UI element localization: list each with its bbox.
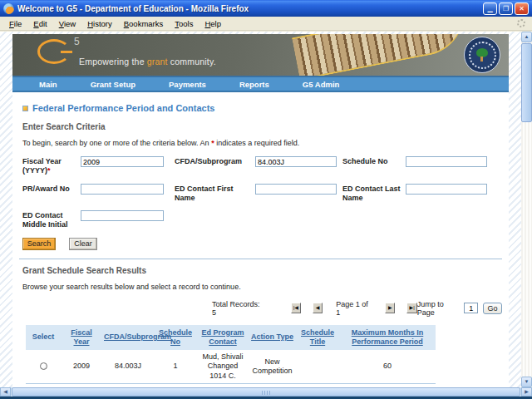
menu-help[interactable]: Help xyxy=(199,18,227,29)
search-form: Fiscal Year (YYYY)* CFDA/Subprogram Sche… xyxy=(22,156,499,230)
main-nav: Main Grant Setup Payments Reports G5 Adm… xyxy=(12,76,509,92)
ed-contact-middle-initial-input[interactable] xyxy=(81,210,164,221)
fiscal-year-input[interactable] xyxy=(81,156,164,167)
table-header-row: Select Fiscal Year CFDA/Subprogram Sched… xyxy=(26,325,436,351)
next-page-button[interactable]: ▶ xyxy=(385,303,395,313)
menu-history[interactable]: History xyxy=(81,18,118,29)
menu-edit[interactable]: Edit xyxy=(27,18,52,29)
select-radio[interactable] xyxy=(40,362,47,370)
title-bar: Welcome to G5 - Department of Education … xyxy=(0,0,532,17)
search-instruction: To begin, search by one or more of the c… xyxy=(22,139,499,147)
scroll-right-icon[interactable]: ▶ xyxy=(521,387,532,397)
page-content: Federal Performance Period and Contacts … xyxy=(12,92,509,387)
menu-bookmarks[interactable]: Bookmarks xyxy=(118,18,170,29)
nav-grant-setup[interactable]: Grant Setup xyxy=(89,80,137,89)
scroll-down-icon[interactable]: ▼ xyxy=(521,377,532,387)
ed-contact-middle-initial-label: ED Contact Middle Initial xyxy=(22,210,81,230)
ed-contact-last-name-label: ED Contact Last Name xyxy=(342,184,406,204)
jump-to-page-label: Jump to Page xyxy=(417,300,459,317)
tree-icon xyxy=(475,48,489,62)
results-table: Select Fiscal Year CFDA/Subprogram Sched… xyxy=(26,325,436,388)
header-max-months[interactable]: Maximum Months In Performance Period xyxy=(339,325,436,351)
header-select: Select xyxy=(26,325,61,351)
pr-award-no-input[interactable] xyxy=(81,184,164,195)
nav-payments[interactable]: Payments xyxy=(167,80,208,89)
table-row: 2009 84.003J 1 Mud, Shivali Changed 1014… xyxy=(26,350,436,383)
header-ed-program-contact[interactable]: Ed Program Contact xyxy=(197,325,249,351)
last-page-button[interactable]: ▶| xyxy=(406,303,416,313)
section-divider xyxy=(19,259,502,259)
header-action-type[interactable]: Action Type xyxy=(249,325,296,351)
nav-g5-admin[interactable]: G5 Admin xyxy=(301,80,342,89)
bookshelf-image xyxy=(292,34,471,76)
page-title: Federal Performance Period and Contacts xyxy=(32,103,214,113)
nav-main[interactable]: Main xyxy=(37,80,59,89)
page-status: Page 1 of 1 xyxy=(336,300,372,317)
minimize-button[interactable]: ▁ xyxy=(483,2,497,15)
vertical-scroll-thumb[interactable] xyxy=(521,43,532,122)
pr-award-no-label: PR/Award No xyxy=(22,184,81,204)
total-records: Total Records: 5 xyxy=(212,300,263,317)
prev-page-button[interactable]: ◀ xyxy=(313,303,323,313)
horizontal-scrollbar[interactable]: ◀ ▶ xyxy=(0,387,532,397)
schedule-no-label: Schedule No xyxy=(342,156,406,176)
ed-contact-first-name-input[interactable] xyxy=(255,184,337,195)
jump-to-page-input[interactable] xyxy=(464,303,478,313)
firefox-icon xyxy=(3,3,14,14)
header-cfda-subprogram[interactable]: CFDA/Subprogram xyxy=(102,325,154,351)
bullet-square-icon xyxy=(22,106,28,111)
dept-education-seal xyxy=(464,37,500,73)
close-button[interactable]: ✕ xyxy=(515,2,529,15)
menu-tools[interactable]: Tools xyxy=(169,18,199,29)
menu-view[interactable]: View xyxy=(53,18,81,29)
cfda-subprogram-label: CFDA/Subprogram xyxy=(175,156,255,176)
throbber-icon xyxy=(517,19,525,27)
search-criteria-heading: Enter Search Criteria xyxy=(22,122,499,131)
horizontal-scroll-thumb[interactable] xyxy=(12,387,520,397)
g5-application: 5 Empowering the grant community. Main G… xyxy=(12,34,509,387)
ed-contact-last-name-input[interactable] xyxy=(406,184,487,195)
page-viewport: 5 Empowering the grant community. Main G… xyxy=(0,32,521,387)
fiscal-year-label: Fiscal Year (YYYY)* xyxy=(22,156,81,176)
menu-file[interactable]: File xyxy=(3,18,27,29)
pagination-bar: Total Records: 5 |◀ ◀ Page 1 of 1 ▶ ▶| J… xyxy=(22,300,499,317)
vertical-scrollbar[interactable]: ▲ ▼ xyxy=(521,32,532,387)
first-page-button[interactable]: |◀ xyxy=(291,303,301,313)
header-fiscal-year[interactable]: Fiscal Year xyxy=(61,325,102,351)
clear-button[interactable]: Clear xyxy=(69,238,97,250)
window-title: Welcome to G5 - Department of Education … xyxy=(17,4,480,13)
g5-logo-sup: 5 xyxy=(74,36,80,47)
scroll-up-icon[interactable]: ▲ xyxy=(521,32,532,42)
restore-button[interactable]: ❐ xyxy=(499,2,513,15)
ed-contact-first-name-label: ED Contact First Name xyxy=(175,184,255,204)
search-button[interactable]: Search xyxy=(22,238,56,250)
results-heading: Grant Schedule Search Results xyxy=(22,266,499,275)
schedule-no-input[interactable] xyxy=(406,156,487,167)
scroll-left-icon[interactable]: ◀ xyxy=(0,387,11,397)
go-button[interactable]: Go xyxy=(483,303,502,314)
g5-banner: 5 Empowering the grant community. xyxy=(12,34,509,76)
cfda-subprogram-input[interactable] xyxy=(255,156,337,167)
banner-tagline: Empowering the grant community. xyxy=(79,57,216,66)
results-instruction: Browse your search results below and sel… xyxy=(22,283,499,291)
browser-window: Welcome to G5 - Department of Education … xyxy=(0,0,532,399)
menu-bar: File Edit View History Bookmarks Tools H… xyxy=(0,17,532,31)
nav-reports[interactable]: Reports xyxy=(238,80,271,89)
header-schedule-title[interactable]: Schedule Title xyxy=(296,325,339,351)
